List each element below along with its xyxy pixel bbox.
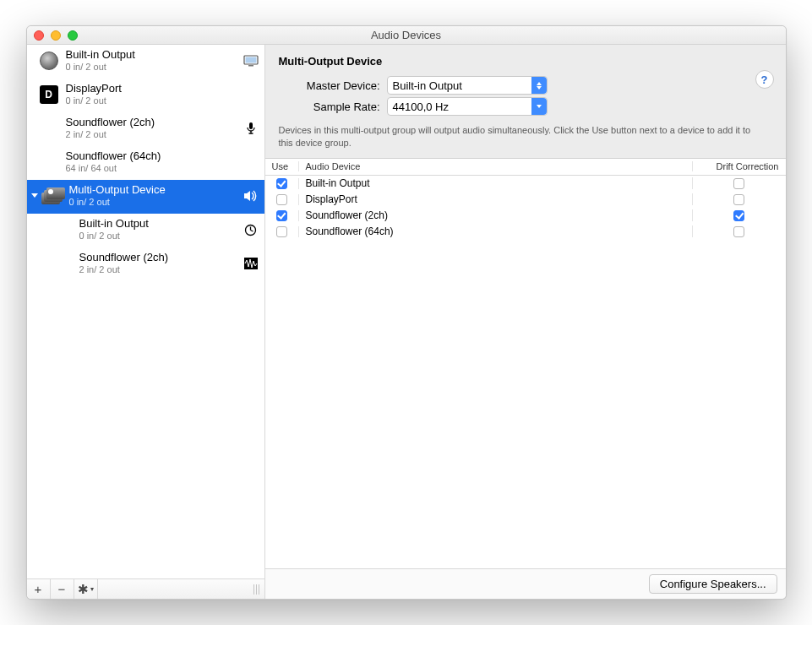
audio-devices-window: Audio Devices Built-in Output0 in/ 2 out…: [26, 25, 787, 600]
hint-text: Devices in this multi-output group will …: [279, 124, 752, 149]
svg-rect-2: [248, 65, 253, 67]
device-name: Built-in Output: [79, 217, 243, 230]
col-drift-correction[interactable]: Drift Correction: [693, 161, 786, 171]
device-table-header: Use Audio Device Drift Correction: [265, 159, 786, 176]
select-chevron-icon: [531, 98, 547, 115]
add-device-button[interactable]: +: [27, 579, 51, 599]
drift-checkbox[interactable]: [733, 210, 744, 221]
sidebar-item-built-in-output[interactable]: Built-in Output0 in/ 2 out: [27, 214, 264, 247]
help-button[interactable]: ?: [755, 70, 774, 89]
device-row[interactable]: Soundflower (64ch): [265, 224, 786, 240]
displayport-icon: D: [40, 85, 58, 104]
device-table-body: Built-in OutputDisplayPortSoundflower (2…: [265, 176, 786, 568]
device-row[interactable]: Built-in Output: [265, 176, 786, 192]
row-device-name: DisplayPort: [299, 193, 693, 205]
device-io: 64 in/ 64 out: [66, 163, 243, 173]
sidebar-item-displayport[interactable]: DDisplayPort0 in/ 2 out: [27, 79, 264, 112]
sidebar-item-soundflower-2ch-[interactable]: Soundflower (2ch)2 in/ 2 out: [27, 247, 264, 281]
device-name: Soundflower (2ch): [66, 116, 243, 128]
use-checkbox[interactable]: [276, 226, 287, 237]
use-checkbox[interactable]: [276, 178, 287, 189]
device-header: Multi-Output Device Master Device: Built…: [265, 45, 786, 159]
disclosure-triangle-icon[interactable]: [29, 183, 41, 207]
device-io: 0 in/ 2 out: [69, 197, 243, 207]
display-icon: [243, 55, 259, 67]
main-footer: Configure Speakers...: [265, 568, 786, 599]
svg-line-9: [251, 230, 253, 231]
speaker-icon: [40, 52, 58, 70]
svg-rect-3: [249, 122, 253, 129]
col-use[interactable]: Use: [265, 161, 299, 171]
device-io: 2 in/ 2 out: [66, 129, 243, 139]
remove-device-button[interactable]: −: [51, 579, 74, 599]
sample-rate-value: 44100,0 Hz: [393, 100, 450, 113]
device-list[interactable]: Built-in Output0 in/ 2 outDDisplayPort0 …: [27, 45, 264, 578]
master-device-value: Built-in Output: [393, 79, 462, 92]
device-name: Multi-Output Device: [69, 183, 243, 196]
device-name: Built-in Output: [66, 48, 243, 61]
device-row[interactable]: DisplayPort: [265, 192, 786, 208]
svg-marker-6: [244, 191, 250, 201]
window-title: Audio Devices: [27, 29, 786, 41]
gear-menu-button[interactable]: ✱: [74, 579, 98, 599]
sample-rate-label: Sample Rate:: [279, 100, 380, 113]
svg-rect-1: [245, 57, 256, 63]
device-name: Soundflower (2ch): [79, 251, 243, 263]
drift-checkbox[interactable]: [733, 178, 744, 189]
device-io: 2 in/ 2 out: [79, 264, 243, 274]
master-device-select[interactable]: Built-in Output: [387, 76, 548, 95]
device-io: 0 in/ 2 out: [66, 62, 243, 72]
device-io: 0 in/ 2 out: [66, 95, 243, 106]
volume-icon: [243, 190, 259, 202]
multi-output-icon: [41, 187, 63, 204]
sidebar-item-built-in-output[interactable]: Built-in Output0 in/ 2 out: [27, 45, 264, 79]
drift-checkbox[interactable]: [733, 226, 744, 237]
clock-icon: [244, 224, 257, 236]
use-checkbox[interactable]: [276, 210, 287, 221]
microphone-icon: [246, 122, 256, 135]
sidebar-footer: + − ✱: [27, 578, 264, 599]
col-audio-device[interactable]: Audio Device: [299, 161, 693, 171]
use-checkbox[interactable]: [276, 194, 287, 205]
drift-checkbox[interactable]: [733, 194, 744, 205]
sidebar-item-soundflower-64ch-[interactable]: Soundflower (64ch)64 in/ 64 out: [27, 146, 264, 180]
device-title: Multi-Output Device: [279, 55, 772, 68]
device-row[interactable]: Soundflower (2ch): [265, 208, 786, 224]
sample-rate-select[interactable]: 44100,0 Hz: [387, 97, 548, 116]
device-name: DisplayPort: [66, 82, 243, 95]
device-name: Soundflower (64ch): [66, 149, 243, 162]
master-device-label: Master Device:: [279, 79, 380, 92]
sidebar-item-soundflower-2ch-[interactable]: Soundflower (2ch)2 in/ 2 out: [27, 112, 264, 146]
select-stepper-icon: [531, 77, 547, 94]
sidebar-item-multi-output-device[interactable]: Multi-Output Device0 in/ 2 out: [27, 180, 264, 214]
device-io: 0 in/ 2 out: [79, 231, 243, 241]
row-device-name: Soundflower (2ch): [299, 209, 693, 221]
configure-speakers-button[interactable]: Configure Speakers...: [649, 574, 777, 594]
resize-grip-icon[interactable]: [249, 579, 264, 599]
main-pane: Multi-Output Device Master Device: Built…: [265, 45, 786, 599]
waveform-icon: [244, 258, 258, 269]
row-device-name: Built-in Output: [299, 177, 693, 189]
device-sidebar: Built-in Output0 in/ 2 outDDisplayPort0 …: [27, 45, 265, 599]
row-device-name: Soundflower (64ch): [299, 225, 693, 237]
titlebar: Audio Devices: [27, 26, 786, 45]
